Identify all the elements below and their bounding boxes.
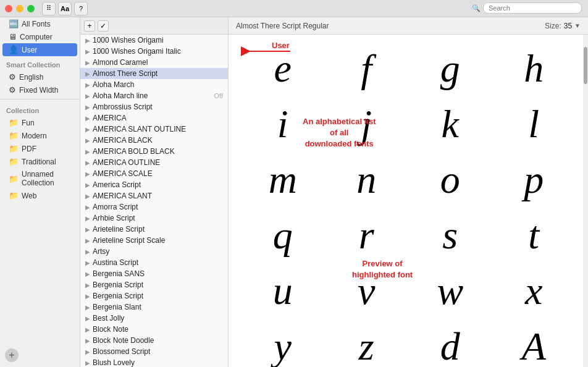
- font-list-item[interactable]: ▶Arhbie Script: [80, 213, 228, 224]
- check-font-button[interactable]: ✓: [98, 20, 109, 32]
- font-list-item[interactable]: ▶Aloha March lineOff: [80, 90, 228, 101]
- sidebar-item-all-fonts[interactable]: 🔤 All Fonts: [2, 17, 77, 30]
- font-name: Arhbie Script: [93, 214, 135, 222]
- preview-character: w: [408, 263, 492, 319]
- minimize-button[interactable]: [16, 5, 23, 12]
- sidebar-item-web-label: Web: [22, 192, 36, 200]
- search-icon: 🔍: [472, 4, 481, 12]
- maximize-button[interactable]: [27, 5, 35, 12]
- font-list-item[interactable]: ▶Bergenia Script: [80, 279, 228, 290]
- font-list-item[interactable]: ▶Arieteline Script: [80, 224, 228, 235]
- font-list-item[interactable]: ▶AMERICA SCALE: [80, 168, 228, 179]
- sidebar-divider: [0, 99, 80, 99]
- font-icon[interactable]: Aa: [58, 2, 72, 15]
- preview-character: u: [241, 263, 325, 319]
- add-collection-button[interactable]: +: [5, 348, 19, 362]
- font-list-item[interactable]: ▶Block Note: [80, 324, 228, 335]
- font-list-item[interactable]: ▶Block Note Doodle: [80, 335, 228, 346]
- preview-character: x: [492, 263, 576, 319]
- font-list-item[interactable]: ▶Almost There Script: [80, 68, 228, 79]
- font-name: AMERICA: [93, 114, 127, 122]
- expand-arrow: ▶: [85, 271, 90, 277]
- font-name: America Script: [93, 180, 141, 189]
- web-icon: 📁: [9, 191, 19, 200]
- sidebar-item-modern[interactable]: 📁 Modern: [2, 129, 77, 142]
- sidebar-item-fun[interactable]: 📁 Fun: [2, 116, 77, 129]
- sidebar-item-fixed-width[interactable]: ⚙ Fixed Width: [2, 83, 77, 96]
- sidebar-item-english[interactable]: ⚙ English: [2, 70, 77, 83]
- grid-icon[interactable]: ⠿: [42, 2, 56, 15]
- size-value: 35: [564, 22, 572, 30]
- sidebar-item-fun-label: Fun: [22, 119, 35, 127]
- font-list-item[interactable]: ▶1000 Wishes Origami Italic: [80, 46, 228, 57]
- font-list-item[interactable]: ▶Bergenia Slant: [80, 302, 228, 313]
- font-name: AMERICA SLANT: [93, 192, 152, 200]
- font-name: AMERICA SCALE: [93, 169, 153, 178]
- fixed-width-icon: ⚙: [9, 85, 16, 95]
- off-label: Off: [214, 92, 223, 99]
- font-name: Bergenia Slant: [93, 303, 141, 311]
- sidebar-item-traditional[interactable]: 📁 Traditional: [2, 155, 77, 168]
- expand-arrow: ▶: [85, 348, 90, 355]
- traditional-icon: 📁: [9, 157, 19, 166]
- font-name: 1000 Wishes Origami Italic: [93, 47, 181, 56]
- sidebar-item-unnamed-collection[interactable]: 📁 Unnamed Collection: [2, 168, 77, 189]
- all-fonts-icon: 🔤: [9, 19, 19, 28]
- collection-header: Collection: [0, 102, 80, 116]
- font-list-item[interactable]: ▶AMERICA OUTLINE: [80, 157, 228, 168]
- search-input[interactable]: [483, 2, 582, 14]
- preview-character: A: [492, 319, 576, 367]
- font-list-item[interactable]: ▶America Script: [80, 179, 228, 190]
- sidebar-item-traditional-label: Traditional: [22, 158, 56, 166]
- sidebar-item-pdf[interactable]: 📁 PDF: [2, 142, 77, 155]
- font-list-item[interactable]: ▶Austina Script: [80, 257, 228, 268]
- font-name: Blush Lovely: [93, 358, 135, 367]
- size-stepper-icon[interactable]: ▼: [574, 22, 581, 29]
- font-list-item[interactable]: ▶AMERICA BLACK: [80, 135, 228, 146]
- font-list-item[interactable]: ▶Aloha March: [80, 79, 228, 90]
- english-icon: ⚙: [9, 72, 16, 82]
- font-list-item[interactable]: ▶1000 Wishes Origami: [80, 35, 228, 46]
- font-list-item[interactable]: ▶AMERICA BOLD BLACK: [80, 146, 228, 157]
- font-list-item[interactable]: ▶Artsy: [80, 246, 228, 257]
- preview-character: i: [241, 96, 325, 152]
- font-list-item[interactable]: ▶Bergenia SANS: [80, 268, 228, 279]
- font-list-items: ▶1000 Wishes Origami▶1000 Wishes Origami…: [80, 35, 228, 367]
- font-list-item[interactable]: ▶Best Jolly: [80, 313, 228, 324]
- font-list-item[interactable]: ▶AMERICA SLANT OUTLINE: [80, 124, 228, 135]
- preview-toolbar: Almost There Script Regular Size: 35 ▼: [229, 17, 588, 35]
- preview-character: p: [492, 152, 576, 208]
- font-list-item[interactable]: ▶Arieteline Script Scale: [80, 235, 228, 246]
- expand-arrow: ▶: [85, 126, 90, 133]
- preview-character: s: [408, 208, 492, 263]
- font-list-item[interactable]: ▶Almond Caramel: [80, 57, 228, 68]
- font-list-item[interactable]: ▶Amorra Script: [80, 201, 228, 213]
- toolbar-icons[interactable]: ⠿ Aa ?: [42, 2, 88, 15]
- sidebar-item-web[interactable]: 📁 Web: [2, 189, 77, 202]
- font-list-item[interactable]: ▶Bergenia Script: [80, 290, 228, 302]
- font-list-item[interactable]: ▶Ambrossius Script: [80, 101, 228, 112]
- scrollbar-thumb[interactable]: [584, 47, 587, 84]
- font-list-item[interactable]: ▶AMERICA: [80, 112, 228, 124]
- sidebar-item-all-fonts-label: All Fonts: [22, 20, 51, 28]
- preview-character: n: [325, 152, 409, 208]
- add-font-button[interactable]: +: [84, 20, 95, 32]
- font-name: Almond Caramel: [93, 58, 148, 67]
- help-icon[interactable]: ?: [74, 2, 88, 15]
- expand-arrow: ▶: [85, 104, 90, 111]
- font-list-item[interactable]: ▶Blossomed Script: [80, 346, 228, 357]
- sidebar-item-user[interactable]: 👤 User: [2, 43, 77, 56]
- smart-collection-header: Smart Collection: [0, 56, 80, 70]
- computer-icon: 🖥: [9, 32, 17, 41]
- font-list-item[interactable]: ▶AMERICA SLANT: [80, 190, 228, 201]
- expand-arrow: ▶: [85, 115, 90, 122]
- font-name: Bergenia Script: [93, 292, 143, 300]
- expand-arrow: ▶: [85, 237, 90, 244]
- sidebar-item-computer[interactable]: 🖥 Computer: [2, 30, 77, 43]
- preview-character: e: [241, 41, 325, 96]
- font-list-item[interactable]: ▶Blush Lovely: [80, 357, 228, 367]
- scrollbar-track[interactable]: [583, 35, 588, 367]
- expand-arrow: ▶: [85, 226, 90, 233]
- window-controls[interactable]: [5, 5, 35, 12]
- close-button[interactable]: [5, 5, 12, 12]
